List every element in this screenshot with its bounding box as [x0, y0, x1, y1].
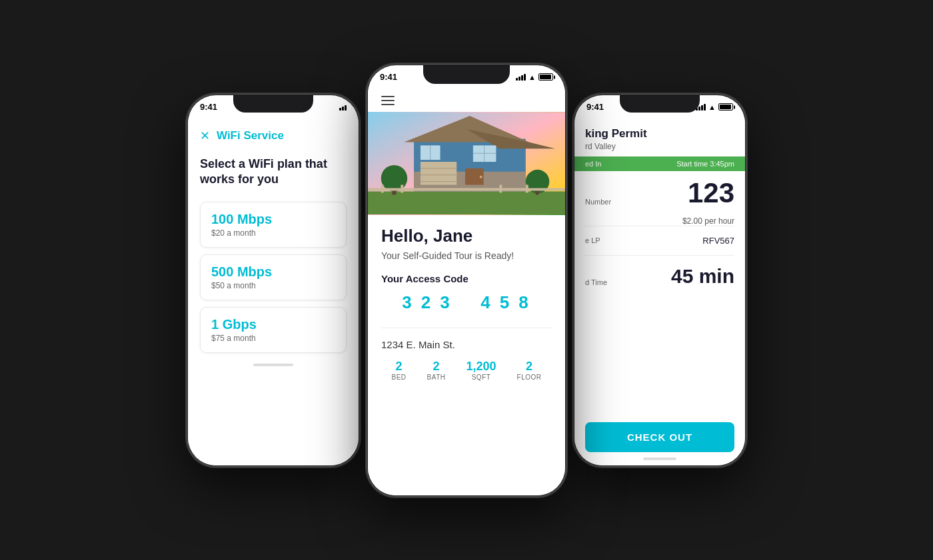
wifi-plan-500[interactable]: 500 Mbps $50 a month [200, 254, 347, 300]
stat-floor: 2 FLOOR [517, 360, 542, 381]
svg-point-11 [480, 175, 482, 178]
menu-bar [368, 89, 565, 112]
elapsed-time-row: d Time 45 min [585, 265, 734, 288]
permit-code-value: RFV567 [702, 236, 734, 246]
svg-rect-21 [368, 188, 565, 190]
notch-right [620, 95, 700, 113]
stat-bed-value: 2 [392, 360, 407, 374]
stat-floor-value: 2 [517, 360, 542, 374]
phones-container: 9:41 ✕ WiFi Service Select a WiFi plan t… [167, 41, 766, 520]
stat-sqft-label: SQFT [467, 374, 496, 381]
parking-title: king Permit [585, 127, 734, 140]
phone-left: 9:41 ✕ WiFi Service Select a WiFi plan t… [187, 94, 360, 467]
elapsed-time-label: d Time [585, 278, 607, 286]
status-icons-left [339, 104, 347, 111]
parking-divider-2 [585, 255, 734, 256]
close-button-left[interactable]: ✕ [200, 129, 210, 143]
stat-bath-value: 2 [427, 360, 446, 374]
wifi-headline: Select a WiFi plan that works for you [200, 156, 347, 188]
parking-content: Number 123 $2.00 per hour e LP RFV567 [574, 171, 745, 305]
checkout-button[interactable]: CHECK OUT [585, 422, 734, 452]
notch-left [233, 95, 313, 113]
svg-rect-23 [401, 184, 403, 192]
access-code-label: Your Access Code [381, 273, 552, 284]
svg-point-17 [381, 164, 407, 190]
elapsed-time-group: d Time [585, 278, 607, 288]
stat-bed: 2 BED [392, 360, 407, 381]
parking-rate-text: $2.00 per hour [585, 216, 734, 226]
parking-header: king Permit rd Valley [574, 119, 745, 156]
start-time-label: Start time 3:45pm [676, 160, 734, 168]
signal-bars-center [516, 74, 526, 81]
stat-bed-label: BED [392, 374, 407, 381]
plan-price-1g: $75 a month [211, 334, 335, 343]
permit-code-row: e LP RFV567 [585, 236, 734, 246]
plan-speed-1g: 1 Gbps [211, 317, 335, 332]
scroll-indicator-right [643, 457, 676, 460]
stat-bath-label: BATH [427, 374, 446, 381]
phone-center: 9:41 ▲ [367, 64, 566, 497]
property-address: 1234 E. Main St. [381, 339, 552, 350]
plan-price-100: $20 a month [211, 228, 335, 238]
wifi-status-icon-right: ▲ [708, 103, 716, 111]
tour-body: Hello, Jane Your Self-Guided Tour is Rea… [368, 215, 565, 392]
battery-icon-right [718, 103, 733, 111]
parking-screen: king Permit rd Valley ed In Start time 3… [574, 119, 745, 465]
stat-floor-label: FLOOR [517, 374, 542, 381]
svg-rect-25 [526, 184, 528, 192]
svg-rect-24 [499, 184, 502, 192]
access-code-display: 3 2 3 4 5 8 [381, 292, 552, 313]
wifi-service-title: WiFi Service [217, 129, 284, 142]
divider-center [381, 328, 552, 328]
parking-subtitle: rd Valley [585, 142, 734, 151]
svg-rect-20 [536, 190, 539, 194]
wifi-screen: ✕ WiFi Service Select a WiFi plan that w… [188, 119, 359, 465]
permit-number-label: Number [585, 198, 611, 206]
property-stats: 2 BED 2 BATH 1,200 SQFT 2 [381, 360, 552, 381]
code-digit-2: 2 [421, 292, 433, 313]
status-icons-right: ▲ [696, 103, 733, 111]
svg-rect-1 [368, 191, 565, 214]
tour-screen: Hello, Jane Your Self-Guided Tour is Rea… [368, 89, 565, 495]
time-left: 9:41 [200, 102, 217, 112]
scroll-indicator-left [253, 364, 293, 366]
permit-number-group: Number [585, 198, 611, 207]
wifi-status-icon-center: ▲ [528, 73, 536, 81]
permit-code-label: e LP [585, 236, 600, 244]
tour-ready-text: Your Self-Guided Tour is Ready! [381, 250, 552, 261]
wifi-plan-1g[interactable]: 1 Gbps $75 a month [200, 307, 347, 353]
hamburger-menu[interactable] [381, 96, 395, 105]
plan-speed-500: 500 Mbps [211, 264, 335, 280]
checked-in-bar: ed In Start time 3:45pm [574, 156, 745, 171]
stat-bath: 2 BATH [427, 360, 446, 381]
permit-code-group: e LP [585, 236, 600, 246]
checked-in-label: ed In [585, 160, 601, 168]
stat-sqft-value: 1,200 [467, 360, 496, 374]
phone-right: 9:41 ▲ king Permit rd Valley ed In S [573, 94, 746, 467]
permit-number-value: 123 [688, 179, 734, 207]
house-image [368, 112, 565, 215]
code-digit-3: 3 [440, 292, 452, 313]
code-digit-4: 4 [480, 292, 492, 313]
status-icons-center: ▲ [516, 73, 553, 81]
code-digit-5: 5 [500, 292, 512, 313]
battery-icon-center [538, 73, 553, 81]
greeting-text: Hello, Jane [381, 226, 552, 246]
plan-speed-100: 100 Mbps [211, 212, 335, 227]
elapsed-time-value: 45 min [671, 265, 734, 288]
code-digit-6: 8 [518, 292, 530, 313]
code-digit-1: 3 [402, 292, 414, 313]
parking-number-row: Number 123 [585, 179, 734, 207]
plan-price-500: $50 a month [211, 281, 335, 290]
notch-center [423, 65, 510, 84]
wifi-header: ✕ WiFi Service [200, 129, 347, 143]
signal-bars-left [339, 104, 347, 111]
wifi-plan-100[interactable]: 100 Mbps $20 a month [200, 202, 347, 248]
time-center: 9:41 [380, 72, 397, 82]
stat-sqft: 1,200 SQFT [467, 360, 496, 381]
svg-rect-22 [381, 184, 384, 192]
parking-divider [585, 226, 734, 226]
time-right: 9:41 [586, 102, 604, 112]
